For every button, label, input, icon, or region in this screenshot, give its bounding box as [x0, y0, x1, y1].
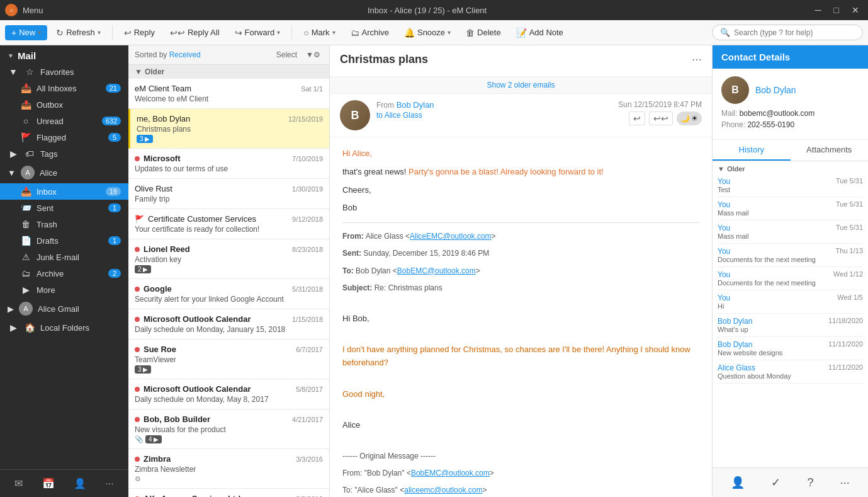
- all-inboxes-label: All Inboxes: [37, 84, 101, 93]
- sidebar-item-tags[interactable]: ▶ 🏷 Tags: [0, 146, 128, 162]
- history-item[interactable]: Bob Dylan 11/11/2020 New website designs: [718, 337, 863, 360]
- mark-button[interactable]: ○ Mark ▾: [297, 25, 341, 40]
- forward-dropdown-arrow[interactable]: ▾: [277, 29, 280, 36]
- list-item[interactable]: Bob, Bob Builder 4/21/2017 New visuals f…: [128, 409, 329, 449]
- group-header-older: ▼ Older: [128, 65, 329, 79]
- list-item[interactable]: Microsoft Outlook Calendar 5/8/2017 Dail…: [128, 379, 329, 409]
- alice-gmail-account[interactable]: ▶ A Alice Gmail: [0, 298, 128, 319]
- history-item[interactable]: You Tue 5/31 Mass mail: [718, 220, 863, 244]
- calendar-bottom-icon[interactable]: 📅: [37, 475, 60, 492]
- contact-help-button[interactable]: ?: [803, 474, 819, 492]
- sidebar-item-inbox[interactable]: 📥 Inbox 19: [0, 183, 128, 200]
- tab-history[interactable]: History: [713, 140, 791, 161]
- orig-to-email-link[interactable]: aliceemc@outlook.com: [404, 486, 482, 494]
- junk-icon: ⚠: [20, 252, 31, 262]
- list-item[interactable]: 🚩 Certificate Customer Services 9/12/201…: [128, 209, 329, 239]
- close-button[interactable]: ✕: [848, 4, 863, 16]
- contact-check-button[interactable]: ✓: [766, 473, 786, 492]
- sidebar-item-archive[interactable]: 🗂 Archive 2: [0, 265, 128, 282]
- new-dropdown-arrow[interactable]: ▾: [38, 29, 41, 36]
- sidebar-item-favorites[interactable]: ▼ ☆ Favorites: [0, 64, 128, 80]
- tab-attachments[interactable]: Attachments: [791, 140, 869, 161]
- inbox-icon: 📥: [20, 186, 31, 197]
- attachment-icon: 📎: [135, 435, 144, 443]
- list-item[interactable]: eM Client Team Sat 1/1 Welcome to eM Cli…: [128, 79, 329, 109]
- history-item[interactable]: You Tue 5/31 Mass mail: [718, 197, 863, 220]
- reply-all-button[interactable]: ↩↩ Reply All: [164, 25, 226, 40]
- sidebar-item-more[interactable]: ▶ More: [0, 282, 128, 298]
- list-item[interactable]: Olive Rust 1/30/2019 Family trip: [128, 179, 329, 209]
- alice-account[interactable]: ▼ A Alice: [0, 162, 128, 183]
- history-item[interactable]: You Wed 1/5 Hi: [718, 290, 863, 314]
- archive-toolbar-button[interactable]: 🗂 Archive: [344, 25, 395, 40]
- sidebar-item-sent[interactable]: 📨 Sent 1: [0, 200, 128, 216]
- separator-2: [291, 25, 292, 40]
- orig-from-email-link[interactable]: BobEMC@outlook.com: [411, 469, 490, 477]
- msg-subject: Christmas plans: [137, 125, 323, 134]
- contact-more-button[interactable]: ···: [835, 474, 855, 492]
- sidebar-item-local-folders[interactable]: ▶ 🏠 Local Folders: [0, 319, 128, 336]
- menu-label[interactable]: Menu: [23, 6, 43, 15]
- sidebar-item-trash[interactable]: 🗑 Trash: [0, 216, 128, 232]
- list-item[interactable]: Alfa Access Services Ltd 3/3/2016 Exchan…: [128, 489, 329, 497]
- refresh-dropdown-arrow[interactable]: ▾: [98, 29, 101, 36]
- contacts-bottom-icon[interactable]: 👤: [69, 475, 91, 492]
- email-cheers: Cheers,: [342, 184, 699, 197]
- alice-gmail-label: Alice Gmail: [38, 304, 79, 314]
- show-older-button[interactable]: Show 2 older emails: [330, 77, 712, 94]
- original-sep: ------ Original Message ------: [342, 450, 699, 462]
- delete-button[interactable]: 🗑 Delete: [459, 25, 507, 40]
- new-button[interactable]: + New ▾: [5, 25, 47, 40]
- history-item[interactable]: You Tue 5/31 Test: [718, 174, 863, 197]
- reply-button[interactable]: ↩ Reply: [118, 25, 161, 40]
- list-item[interactable]: Zimbra 3/3/2016 Zimbra Newsletter ⚙: [128, 449, 329, 489]
- add-note-button[interactable]: 📝 Add Note: [510, 25, 570, 40]
- sidebar-item-outbox[interactable]: 📤 Outbox: [0, 96, 128, 113]
- history-item[interactable]: You Wed 1/12 Documents for the next meet…: [718, 267, 863, 290]
- mark-dropdown-arrow[interactable]: ▾: [332, 29, 335, 36]
- sidebar-item-drafts[interactable]: 📄 Drafts 1: [0, 232, 128, 249]
- search-box[interactable]: 🔍: [712, 25, 863, 40]
- history-item[interactable]: Bob Dylan 11/18/2020 What's up: [718, 314, 863, 337]
- list-item[interactable]: Microsoft Outlook Calendar 1/15/2018 Dai…: [128, 309, 329, 340]
- msg-subject: Updates to our terms of use: [135, 164, 323, 173]
- maximize-button[interactable]: □: [830, 4, 843, 16]
- sidebar-item-all-inboxes[interactable]: 📥 All Inboxes 21: [0, 80, 128, 96]
- contact-phone: Phone: 202-555-0190: [721, 120, 859, 129]
- search-input[interactable]: [734, 28, 855, 37]
- sidebar-item-flagged[interactable]: 🚩 Flagged 5: [0, 129, 128, 146]
- inbox-all-icon: 📥: [20, 83, 31, 93]
- list-item[interactable]: Sue Roe 6/7/2017 TeamViewer 3 ▶: [128, 340, 329, 379]
- forward-button[interactable]: ↪ Forward ▾: [228, 25, 287, 40]
- list-item[interactable]: me, Bob Dylan 12/15/2019 Christmas plans…: [128, 109, 329, 149]
- reply-email-button[interactable]: ↩: [629, 111, 645, 125]
- chevron-right-icon: ▶: [8, 149, 19, 159]
- messages-scroll[interactable]: ▼ Older eM Client Team Sat 1/1 Welcome t…: [128, 65, 329, 497]
- select-button[interactable]: Select: [274, 49, 300, 60]
- refresh-button[interactable]: ↻ Refresh ▾: [50, 25, 107, 40]
- history-item[interactable]: You Thu 1/13 Documents for the next meet…: [718, 244, 863, 267]
- sidebar-item-unread[interactable]: ○ Unread 632: [0, 113, 128, 129]
- mail-bottom-icon[interactable]: ✉: [9, 475, 28, 492]
- list-item[interactable]: Google 5/31/2018 Security alert for your…: [128, 279, 329, 309]
- list-item[interactable]: Microsoft 7/10/2019 Updates to our terms…: [128, 149, 329, 179]
- filter-button[interactable]: ▼⚙: [303, 49, 323, 60]
- list-item[interactable]: Lionel Reed 8/23/2018 Activation key 2 ▶: [128, 239, 329, 279]
- reply-icon: ↩: [124, 28, 132, 38]
- contact-profile-button[interactable]: 👤: [726, 473, 750, 492]
- contact-name[interactable]: Bob Dylan: [755, 85, 796, 95]
- more-email-actions-button[interactable]: ⋯: [692, 54, 702, 66]
- snooze-dropdown-arrow[interactable]: ▾: [448, 29, 451, 36]
- snooze-button[interactable]: 🔔 Snooze ▾: [398, 25, 457, 40]
- archive-icon: 🗂: [351, 28, 359, 38]
- reply-all-email-button[interactable]: ↩↩: [649, 111, 673, 125]
- history-date: 11/18/2020: [828, 317, 863, 326]
- from-email-link[interactable]: AliceEMC@outlook.com: [410, 232, 492, 241]
- msg-date: Sat 1/1: [301, 85, 323, 93]
- dark-mode-toggle[interactable]: 🌙 ☀: [677, 111, 702, 125]
- history-item[interactable]: Alice Glass 11/11/2020 Question about Mo…: [718, 360, 863, 384]
- sidebar-item-junk[interactable]: ⚠ Junk E-mail: [0, 249, 128, 265]
- more-bottom-icon[interactable]: ···: [100, 476, 118, 492]
- minimize-button[interactable]: ─: [811, 4, 825, 16]
- to-email-link[interactable]: BobEMC@outlook.com: [397, 266, 476, 275]
